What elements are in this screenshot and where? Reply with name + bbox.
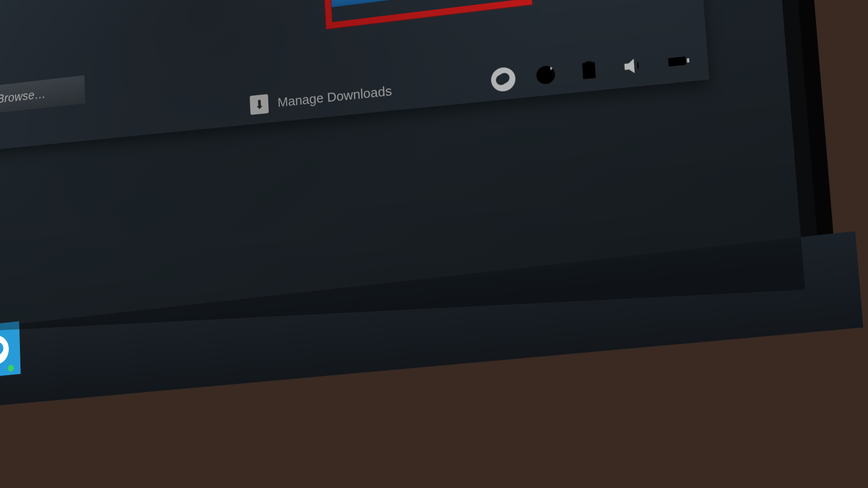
update-icon[interactable] <box>533 62 559 89</box>
system-tray <box>490 47 692 92</box>
notification-badge-icon <box>8 364 14 372</box>
download-icon: ⬇ <box>250 94 269 115</box>
taskbar <box>0 231 863 418</box>
svg-rect-2 <box>668 56 686 67</box>
svg-rect-3 <box>687 58 690 62</box>
steam-taskbar-icon[interactable] <box>0 321 21 378</box>
battery-icon[interactable] <box>664 47 692 75</box>
steam-tray-icon[interactable] <box>490 66 516 92</box>
manage-downloads-label: Manage Downloads <box>277 83 392 110</box>
manage-downloads-link[interactable]: ⬇ Manage Downloads <box>250 81 392 115</box>
browse-button[interactable]: Browse… <box>0 75 85 117</box>
clipboard-icon[interactable] <box>576 57 602 84</box>
svg-rect-1 <box>582 62 595 79</box>
volume-icon[interactable] <box>620 53 647 80</box>
add-selected-programs-button[interactable]: Add Selected Programs <box>330 0 508 7</box>
add-non-steam-game-dialog: Info Center ⦿ Kate KDE Connect KDE Conne… <box>0 0 709 151</box>
